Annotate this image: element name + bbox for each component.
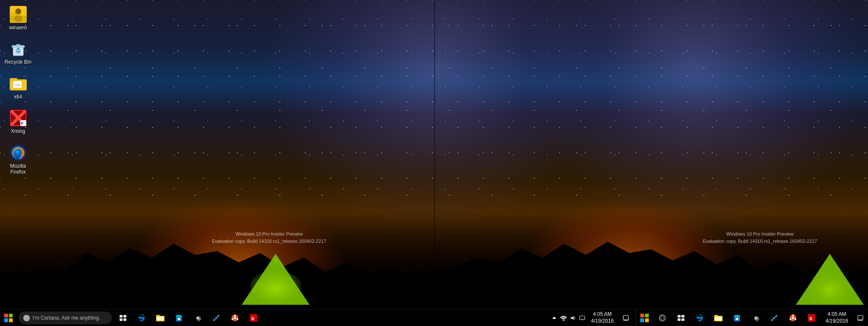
svg-rect-59: [640, 318, 644, 322]
desktop-icons: winaero: [2, 4, 34, 177]
svg-point-62: [661, 316, 664, 320]
app-button-2[interactable]: b: [802, 309, 821, 326]
clock-area-2[interactable]: 4:05 AM 4/19/2016: [821, 311, 853, 324]
tent-left: [242, 254, 310, 309]
icon-firefox[interactable]: Mozilla Firefox: [2, 143, 34, 177]
icon-x64[interactable]: x64 x64: [2, 73, 34, 101]
svg-point-48: [232, 318, 233, 320]
connect-button-2[interactable]: [765, 309, 784, 326]
svg-rect-8: [11, 13, 17, 15]
clock-area[interactable]: 4:05 AM 4/19/2016: [586, 309, 618, 326]
svg-rect-16: [10, 78, 17, 81]
svg-text:b: b: [809, 316, 812, 321]
start-button[interactable]: [0, 309, 17, 326]
svg-rect-26: [4, 314, 8, 318]
tray-volume-icon[interactable]: [569, 309, 577, 326]
settings-button[interactable]: [188, 309, 207, 326]
svg-point-80: [795, 318, 796, 320]
icon-recycle-bin[interactable]: Recycle Bin: [2, 39, 34, 67]
svg-marker-1: [242, 254, 310, 305]
svg-rect-65: [678, 318, 681, 321]
tray-overflow-icon[interactable]: [550, 309, 558, 326]
xming-icon-img: F: [10, 110, 27, 126]
tray-message-icon[interactable]: [578, 309, 586, 326]
svg-rect-33: [123, 318, 126, 321]
ubuntu-button[interactable]: [226, 309, 244, 326]
svg-point-61: [659, 315, 665, 321]
svg-rect-32: [120, 318, 123, 321]
svg-rect-64: [681, 315, 684, 318]
task-view-button-2[interactable]: [672, 309, 690, 326]
tray-icons-area: [550, 309, 586, 326]
svg-line-76: [775, 316, 776, 317]
svg-rect-55: [623, 315, 628, 320]
watermark-left: Windows 10 Pro Insider Preview Evaluatio…: [212, 230, 327, 245]
watermark-right: Windows 10 Pro Insider Preview Evaluatio…: [703, 230, 818, 245]
action-center-button-2[interactable]: [853, 309, 868, 326]
svg-point-79: [792, 315, 794, 316]
svg-rect-36: [157, 317, 164, 320]
svg-rect-38: [178, 318, 180, 320]
svg-rect-30: [120, 315, 123, 318]
clock-time: 4:05 AM: [593, 311, 611, 318]
winaero-icon-img: [10, 6, 27, 23]
svg-rect-57: [640, 314, 644, 318]
icon-xming[interactable]: F Xming: [2, 108, 34, 136]
milky-way-left: [260, 0, 608, 228]
file-explorer-button-2[interactable]: [709, 309, 728, 326]
monitor-divider: [434, 0, 435, 309]
icon-firefox-label: Mozilla Firefox: [4, 163, 32, 175]
icon-recycle-bin-label: Recycle Bin: [5, 59, 31, 65]
svg-point-78: [792, 317, 794, 319]
file-explorer-button[interactable]: [151, 309, 170, 326]
taskbar: ⚪ I'm Cortana. Ask me anything.: [0, 309, 868, 326]
svg-marker-51: [552, 317, 556, 319]
edge-button[interactable]: [132, 309, 151, 326]
clock-date-2: 4/19/2016: [826, 318, 848, 325]
ubuntu-button-2[interactable]: [784, 309, 802, 326]
recycle-bin-icon-img: [10, 40, 27, 57]
app-button-1[interactable]: b: [244, 309, 263, 326]
start-button-2[interactable]: [636, 309, 653, 326]
mountains-left: [0, 216, 434, 309]
task-view-button[interactable]: [114, 309, 132, 326]
icon-winaero[interactable]: winaero: [2, 4, 34, 32]
connect-button[interactable]: [207, 309, 226, 326]
clock-time-2: 4:05 AM: [827, 311, 846, 318]
svg-rect-28: [4, 318, 8, 322]
clock-date: 4/19/2016: [591, 318, 614, 325]
action-center-button[interactable]: [618, 309, 634, 326]
settings-button-2[interactable]: [746, 309, 765, 326]
firefox-icon-img: [10, 144, 27, 161]
svg-point-81: [790, 318, 791, 320]
desktop: Windows 10 Pro Insider Preview Evaluatio…: [0, 0, 868, 326]
search-placeholder: I'm Cortana. Ask me anything.: [33, 315, 100, 321]
search-bar[interactable]: ⚪ I'm Cortana. Ask me anything.: [19, 312, 112, 324]
icon-winaero-label: winaero: [9, 25, 27, 31]
milky-way-right: [521, 0, 868, 228]
store-button-2[interactable]: [728, 309, 746, 326]
icon-x64-label: x64: [14, 94, 22, 100]
svg-rect-27: [9, 314, 13, 318]
svg-line-43: [217, 316, 218, 317]
svg-rect-60: [645, 318, 649, 322]
search-icon: ⚪: [23, 315, 30, 321]
store-button[interactable]: [170, 309, 188, 326]
svg-rect-35: [156, 315, 160, 317]
svg-marker-53: [571, 316, 574, 320]
icon-xming-label: Xming: [11, 128, 25, 134]
svg-marker-3: [796, 254, 864, 305]
svg-rect-31: [123, 315, 126, 318]
tent-right: [796, 254, 864, 309]
svg-line-75: [773, 318, 773, 319]
svg-rect-69: [715, 317, 722, 320]
svg-rect-68: [714, 315, 718, 317]
cortana-button-2[interactable]: [653, 309, 672, 326]
svg-rect-11: [16, 44, 20, 46]
svg-point-47: [237, 318, 238, 320]
svg-line-42: [215, 318, 215, 319]
edge-button-2[interactable]: [690, 309, 709, 326]
svg-point-52: [563, 319, 564, 321]
tray-network-icon[interactable]: [559, 309, 568, 326]
svg-text:b: b: [251, 316, 254, 321]
